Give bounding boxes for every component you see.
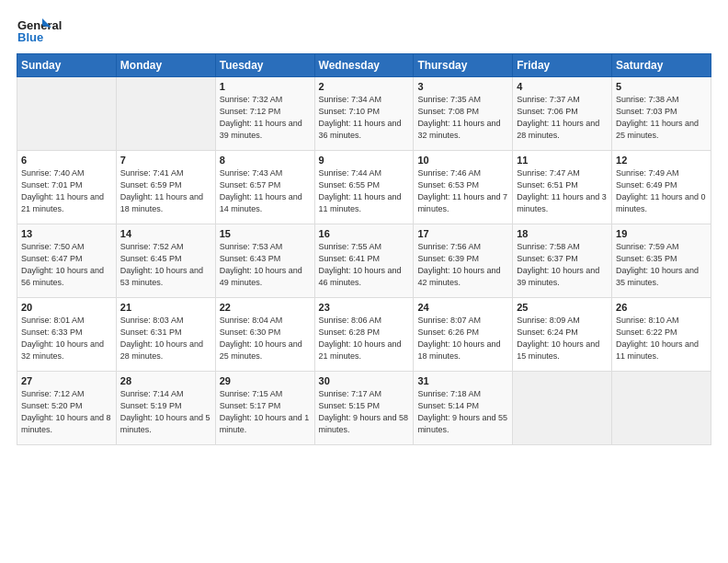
column-header-sunday: Sunday xyxy=(17,54,117,77)
day-info: Sunrise: 7:55 AM Sunset: 6:41 PM Dayligh… xyxy=(319,241,410,289)
calendar-cell: 3Sunrise: 7:35 AM Sunset: 7:08 PM Daylig… xyxy=(414,77,513,151)
day-info: Sunrise: 8:03 AM Sunset: 6:31 PM Dayligh… xyxy=(120,315,211,362)
column-header-thursday: Thursday xyxy=(414,54,513,77)
day-number: 2 xyxy=(319,81,410,92)
day-info: Sunrise: 8:01 AM Sunset: 6:33 PM Dayligh… xyxy=(21,315,112,362)
calendar-cell: 8Sunrise: 7:43 AM Sunset: 6:57 PM Daylig… xyxy=(215,151,314,224)
day-number: 19 xyxy=(616,228,707,239)
calendar-cell: 27Sunrise: 7:12 AM Sunset: 5:20 PM Dayli… xyxy=(17,372,117,445)
calendar-cell xyxy=(17,77,117,151)
logo: General Blue xyxy=(17,17,81,46)
week-row-5: 27Sunrise: 7:12 AM Sunset: 5:20 PM Dayli… xyxy=(17,372,711,445)
day-number: 11 xyxy=(517,155,608,166)
calendar-cell: 17Sunrise: 7:56 AM Sunset: 6:39 PM Dayli… xyxy=(414,224,513,298)
day-info: Sunrise: 7:35 AM Sunset: 7:08 PM Dayligh… xyxy=(417,94,508,142)
calendar-cell xyxy=(513,372,612,445)
calendar-cell: 11Sunrise: 7:47 AM Sunset: 6:51 PM Dayli… xyxy=(513,151,612,224)
day-number: 31 xyxy=(417,375,508,386)
calendar-cell: 21Sunrise: 8:03 AM Sunset: 6:31 PM Dayli… xyxy=(116,298,215,372)
calendar-cell: 24Sunrise: 8:07 AM Sunset: 6:26 PM Dayli… xyxy=(414,298,513,372)
day-number: 13 xyxy=(21,228,112,239)
calendar-cell: 20Sunrise: 8:01 AM Sunset: 6:33 PM Dayli… xyxy=(17,298,117,372)
day-info: Sunrise: 8:10 AM Sunset: 6:22 PM Dayligh… xyxy=(616,315,707,362)
day-info: Sunrise: 7:56 AM Sunset: 6:39 PM Dayligh… xyxy=(417,241,508,289)
week-row-3: 13Sunrise: 7:50 AM Sunset: 6:47 PM Dayli… xyxy=(17,224,711,298)
calendar-cell: 9Sunrise: 7:44 AM Sunset: 6:55 PM Daylig… xyxy=(314,151,414,224)
day-info: Sunrise: 7:38 AM Sunset: 7:03 PM Dayligh… xyxy=(616,94,707,142)
calendar-cell: 5Sunrise: 7:38 AM Sunset: 7:03 PM Daylig… xyxy=(612,77,711,151)
day-number: 7 xyxy=(120,155,211,166)
calendar-cell: 14Sunrise: 7:52 AM Sunset: 6:45 PM Dayli… xyxy=(116,224,215,298)
calendar-cell: 25Sunrise: 8:09 AM Sunset: 6:24 PM Dayli… xyxy=(513,298,612,372)
header: General Blue xyxy=(17,17,711,46)
day-info: Sunrise: 7:52 AM Sunset: 6:45 PM Dayligh… xyxy=(120,241,211,289)
day-number: 5 xyxy=(616,81,707,92)
day-info: Sunrise: 7:53 AM Sunset: 6:43 PM Dayligh… xyxy=(220,241,311,289)
page: General Blue SundayMondayTuesdayWednesda… xyxy=(0,0,728,563)
calendar-cell: 29Sunrise: 7:15 AM Sunset: 5:17 PM Dayli… xyxy=(215,372,314,445)
day-info: Sunrise: 7:49 AM Sunset: 6:49 PM Dayligh… xyxy=(616,167,707,215)
day-number: 8 xyxy=(220,155,311,166)
day-info: Sunrise: 8:04 AM Sunset: 6:30 PM Dayligh… xyxy=(220,315,311,362)
calendar-cell: 13Sunrise: 7:50 AM Sunset: 6:47 PM Dayli… xyxy=(17,224,117,298)
day-number: 21 xyxy=(120,302,211,313)
logo-icon: General Blue xyxy=(17,17,81,46)
day-info: Sunrise: 7:44 AM Sunset: 6:55 PM Dayligh… xyxy=(319,167,410,215)
day-number: 28 xyxy=(120,375,211,386)
day-info: Sunrise: 7:14 AM Sunset: 5:19 PM Dayligh… xyxy=(120,388,211,436)
day-number: 26 xyxy=(616,302,707,313)
day-info: Sunrise: 7:41 AM Sunset: 6:59 PM Dayligh… xyxy=(120,167,211,215)
calendar-cell: 6Sunrise: 7:40 AM Sunset: 7:01 PM Daylig… xyxy=(17,151,117,224)
day-number: 30 xyxy=(319,375,410,386)
calendar-cell: 19Sunrise: 7:59 AM Sunset: 6:35 PM Dayli… xyxy=(612,224,711,298)
day-info: Sunrise: 7:47 AM Sunset: 6:51 PM Dayligh… xyxy=(517,167,608,215)
day-info: Sunrise: 7:43 AM Sunset: 6:57 PM Dayligh… xyxy=(220,167,311,215)
svg-text:Blue: Blue xyxy=(17,30,43,44)
calendar-cell: 12Sunrise: 7:49 AM Sunset: 6:49 PM Dayli… xyxy=(612,151,711,224)
day-info: Sunrise: 7:46 AM Sunset: 6:53 PM Dayligh… xyxy=(417,167,508,215)
day-number: 22 xyxy=(220,302,311,313)
day-number: 4 xyxy=(517,81,608,92)
column-header-friday: Friday xyxy=(513,54,612,77)
day-info: Sunrise: 8:09 AM Sunset: 6:24 PM Dayligh… xyxy=(517,315,608,362)
header-row: SundayMondayTuesdayWednesdayThursdayFrid… xyxy=(17,54,711,77)
day-number: 3 xyxy=(417,81,508,92)
day-number: 17 xyxy=(417,228,508,239)
calendar-cell: 30Sunrise: 7:17 AM Sunset: 5:15 PM Dayli… xyxy=(314,372,414,445)
day-number: 24 xyxy=(417,302,508,313)
day-info: Sunrise: 7:50 AM Sunset: 6:47 PM Dayligh… xyxy=(21,241,112,289)
day-number: 29 xyxy=(220,375,311,386)
day-number: 1 xyxy=(220,81,311,92)
day-info: Sunrise: 7:32 AM Sunset: 7:12 PM Dayligh… xyxy=(220,94,311,142)
day-number: 15 xyxy=(220,228,311,239)
calendar-cell: 7Sunrise: 7:41 AM Sunset: 6:59 PM Daylig… xyxy=(116,151,215,224)
column-header-saturday: Saturday xyxy=(612,54,711,77)
calendar-cell: 23Sunrise: 8:06 AM Sunset: 6:28 PM Dayli… xyxy=(314,298,414,372)
day-number: 10 xyxy=(417,155,508,166)
day-number: 25 xyxy=(517,302,608,313)
calendar-cell: 10Sunrise: 7:46 AM Sunset: 6:53 PM Dayli… xyxy=(414,151,513,224)
week-row-1: 1Sunrise: 7:32 AM Sunset: 7:12 PM Daylig… xyxy=(17,77,711,151)
day-info: Sunrise: 7:37 AM Sunset: 7:06 PM Dayligh… xyxy=(517,94,608,142)
day-info: Sunrise: 7:58 AM Sunset: 6:37 PM Dayligh… xyxy=(517,241,608,289)
calendar-cell xyxy=(116,77,215,151)
day-number: 20 xyxy=(21,302,112,313)
column-header-wednesday: Wednesday xyxy=(314,54,414,77)
day-info: Sunrise: 7:18 AM Sunset: 5:14 PM Dayligh… xyxy=(417,388,508,436)
column-header-monday: Monday xyxy=(116,54,215,77)
day-info: Sunrise: 7:15 AM Sunset: 5:17 PM Dayligh… xyxy=(220,388,311,436)
week-row-2: 6Sunrise: 7:40 AM Sunset: 7:01 PM Daylig… xyxy=(17,151,711,224)
day-info: Sunrise: 7:12 AM Sunset: 5:20 PM Dayligh… xyxy=(21,388,112,436)
calendar-cell: 4Sunrise: 7:37 AM Sunset: 7:06 PM Daylig… xyxy=(513,77,612,151)
calendar-cell: 1Sunrise: 7:32 AM Sunset: 7:12 PM Daylig… xyxy=(215,77,314,151)
week-row-4: 20Sunrise: 8:01 AM Sunset: 6:33 PM Dayli… xyxy=(17,298,711,372)
calendar-cell: 16Sunrise: 7:55 AM Sunset: 6:41 PM Dayli… xyxy=(314,224,414,298)
calendar-table: SundayMondayTuesdayWednesdayThursdayFrid… xyxy=(17,53,711,445)
calendar-cell: 28Sunrise: 7:14 AM Sunset: 5:19 PM Dayli… xyxy=(116,372,215,445)
calendar-cell: 15Sunrise: 7:53 AM Sunset: 6:43 PM Dayli… xyxy=(215,224,314,298)
calendar-cell: 2Sunrise: 7:34 AM Sunset: 7:10 PM Daylig… xyxy=(314,77,414,151)
calendar-cell: 18Sunrise: 7:58 AM Sunset: 6:37 PM Dayli… xyxy=(513,224,612,298)
day-info: Sunrise: 8:07 AM Sunset: 6:26 PM Dayligh… xyxy=(417,315,508,362)
calendar-cell: 22Sunrise: 8:04 AM Sunset: 6:30 PM Dayli… xyxy=(215,298,314,372)
day-info: Sunrise: 7:59 AM Sunset: 6:35 PM Dayligh… xyxy=(616,241,707,289)
